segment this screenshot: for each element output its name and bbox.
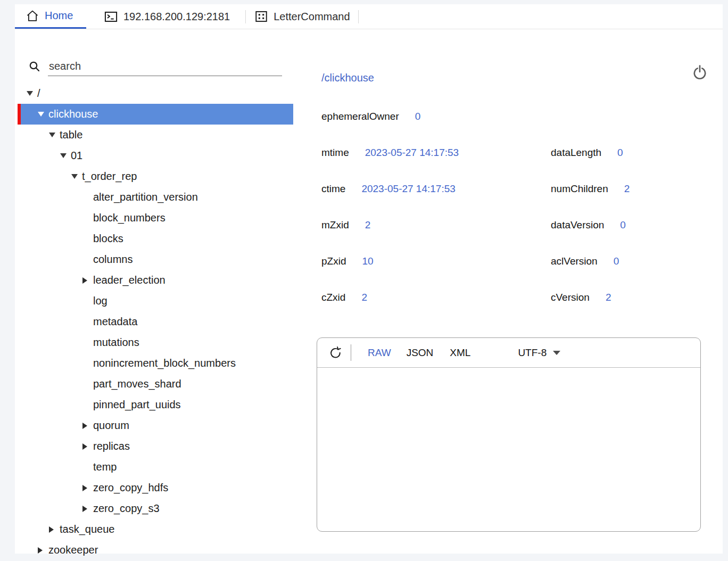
stat-label: cZxid xyxy=(321,292,345,303)
terminal-icon xyxy=(104,10,118,24)
node-data-content xyxy=(317,368,700,531)
stat-label: ephemeralOwner xyxy=(321,111,399,122)
tab-server-address[interactable]: 192.168.200.129:2181 xyxy=(86,4,246,29)
tab-letter-command[interactable]: LetterCommand xyxy=(246,4,358,29)
collapse-toggle-icon[interactable] xyxy=(49,133,56,137)
tree-node-clickhouse[interactable]: clickhouse xyxy=(18,104,293,125)
tree-node-log[interactable]: log xyxy=(18,291,293,311)
tree-node-t-order-rep[interactable]: t_order_rep xyxy=(18,166,293,187)
tab-xml[interactable]: XML xyxy=(450,347,470,359)
stat-label: dataLength xyxy=(551,147,601,159)
node-path[interactable]: /clickhouse xyxy=(321,72,374,84)
power-icon[interactable] xyxy=(692,64,708,81)
tree-node-table[interactable]: table xyxy=(18,125,293,145)
tree-node-root[interactable]: / xyxy=(18,83,293,104)
tree-node-01[interactable]: 01 xyxy=(18,145,293,166)
tree-node-mutations[interactable]: mutations xyxy=(18,332,293,353)
stat-label: pZxid xyxy=(321,255,346,267)
sidebar: / clickhouse table 01 t_order_rep alter_… xyxy=(15,29,309,554)
stat-label: dataVersion xyxy=(551,219,604,231)
tab-letter-label: LetterCommand xyxy=(274,11,350,23)
expand-toggle-icon[interactable] xyxy=(82,443,90,450)
collapse-toggle-icon[interactable] xyxy=(27,91,34,96)
stat-label: mZxid xyxy=(321,219,349,231)
collapse-toggle-icon[interactable] xyxy=(38,112,45,117)
stat-dataVersion: dataVersion 0 xyxy=(551,218,626,233)
collapse-toggle-icon[interactable] xyxy=(71,174,79,179)
tree-node-part-moves-shard[interactable]: part_moves_shard xyxy=(18,374,293,394)
tree-node-metadata[interactable]: metadata xyxy=(18,311,293,332)
tree-node-nonincrement-block-numbers[interactable]: nonincrement_block_numbers xyxy=(18,353,293,374)
tree-node-zero-copy-hdfs[interactable]: zero_copy_hdfs xyxy=(18,477,293,498)
refresh-icon[interactable] xyxy=(329,345,342,360)
tree-node-task-queue[interactable]: task_queue xyxy=(18,519,293,540)
search-icon xyxy=(28,60,41,75)
stat-label: numChildren xyxy=(551,183,608,195)
encoding-select[interactable]: UTF-8 xyxy=(518,347,560,359)
app-window: Home 192.168.200.129:2181 xyxy=(15,4,723,554)
stat-pZxid: pZxid 10 xyxy=(321,254,374,269)
stat-value: 0 xyxy=(614,255,619,267)
stat-cZxid: cZxid 2 xyxy=(321,290,367,305)
stat-value: 2 xyxy=(606,292,611,303)
tree-node-block-numbers[interactable]: block_numbers xyxy=(18,208,293,228)
stat-value: 2023-05-27 14:17:53 xyxy=(361,183,455,195)
tree-node-blocks[interactable]: blocks xyxy=(18,228,293,249)
tab-bar: Home 192.168.200.129:2181 xyxy=(15,4,723,29)
grid-dots-icon xyxy=(254,10,268,23)
tree-node-quorum[interactable]: quorum xyxy=(18,415,293,436)
stat-cVersion: cVersion 2 xyxy=(551,290,611,305)
stat-value: 0 xyxy=(415,111,421,122)
search-input[interactable] xyxy=(48,59,282,76)
tab-json[interactable]: JSON xyxy=(407,347,434,359)
expand-toggle-icon[interactable] xyxy=(38,547,45,554)
stat-value: 2 xyxy=(365,219,371,231)
stat-value: 2 xyxy=(624,183,630,195)
tree-node-zookeeper[interactable]: zookeeper xyxy=(18,540,293,560)
tree-node-zero-copy-s3[interactable]: zero_copy_s3 xyxy=(18,498,293,519)
stat-aclVersion: aclVersion 0 xyxy=(551,254,619,269)
tree-node-columns[interactable]: columns xyxy=(18,249,293,270)
stat-value: 0 xyxy=(620,219,626,231)
tree-node-replicas[interactable]: replicas xyxy=(18,436,293,457)
stat-label: ctime xyxy=(321,183,345,195)
stat-mZxid: mZxid 2 xyxy=(321,218,370,233)
stat-dataLength: dataLength 0 xyxy=(551,145,623,160)
encoding-value: UTF-8 xyxy=(518,347,547,359)
detail-panel: /clickhouse ephemeralOwner 0 mtime 2023-… xyxy=(309,29,723,554)
header-divider xyxy=(351,344,351,361)
stat-label: cVersion xyxy=(551,292,590,303)
collapse-toggle-icon[interactable] xyxy=(60,153,68,158)
expand-toggle-icon[interactable] xyxy=(82,277,90,284)
tab-raw[interactable]: RAW xyxy=(368,347,391,359)
stat-numChildren: numChildren 2 xyxy=(551,182,630,196)
expand-toggle-icon[interactable] xyxy=(82,506,90,512)
stat-value: 2 xyxy=(361,292,367,303)
stat-label: mtime xyxy=(321,147,349,159)
expand-toggle-icon[interactable] xyxy=(49,526,56,533)
node-tree: / clickhouse table 01 t_order_rep alter_… xyxy=(18,83,293,560)
tree-node-alter-partition-version[interactable]: alter_partition_version xyxy=(18,187,293,208)
data-panel-header: RAW JSON XML UTF-8 xyxy=(317,338,700,368)
tab-server-label: 192.168.200.129:2181 xyxy=(123,11,230,23)
stat-value: 0 xyxy=(617,147,623,159)
home-icon xyxy=(26,9,39,23)
stat-value: 10 xyxy=(362,255,373,267)
tree-node-pinned-part-uuids[interactable]: pinned_part_uuids xyxy=(18,394,293,415)
chevron-down-icon xyxy=(553,351,560,355)
stat-value: 2023-05-27 14:17:53 xyxy=(365,147,459,159)
stat-label: aclVersion xyxy=(551,255,598,267)
expand-toggle-icon[interactable] xyxy=(82,423,90,429)
tree-node-temp[interactable]: temp xyxy=(18,457,293,477)
data-panel: RAW JSON XML UTF-8 xyxy=(317,337,701,532)
stat-ephemeralOwner: ephemeralOwner 0 xyxy=(321,109,420,124)
stat-mtime: mtime 2023-05-27 14:17:53 xyxy=(321,145,459,160)
tree-node-leader-election[interactable]: leader_election xyxy=(18,270,293,291)
stat-ctime: ctime 2023-05-27 14:17:53 xyxy=(321,182,456,196)
tab-home-label: Home xyxy=(45,10,73,22)
expand-toggle-icon[interactable] xyxy=(82,485,90,491)
tab-home[interactable]: Home xyxy=(15,4,86,29)
